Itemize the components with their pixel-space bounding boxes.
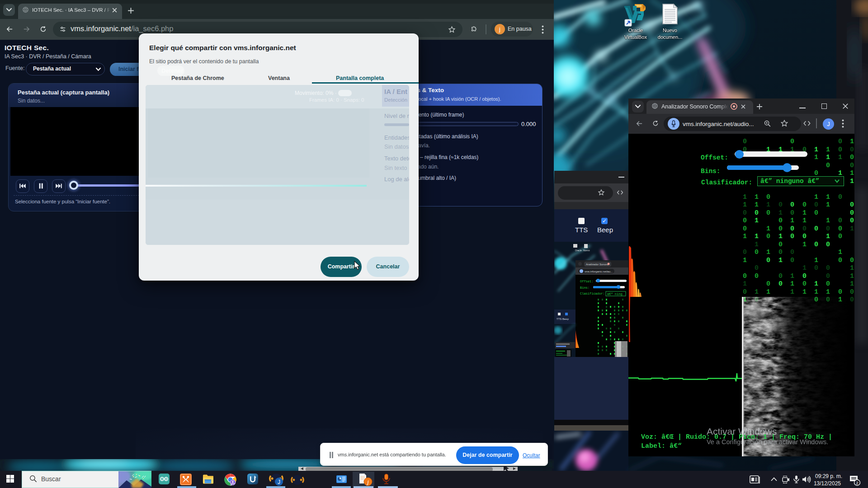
svg-text:TTS Beep: TTS Beep bbox=[557, 318, 569, 320]
svg-text:vms.inforganic.net/au...: vms.inforganic.net/au... bbox=[585, 270, 613, 273]
svg-text:Nuevo: Nuevo bbox=[583, 249, 590, 252]
svg-text:â€” ning: â€” ning bbox=[607, 292, 623, 296]
svg-text:Offset:: Offset: bbox=[580, 280, 593, 283]
svg-text:2: 2 bbox=[856, 480, 858, 485]
svg-text:Clasificador:: Clasificador: bbox=[580, 292, 605, 296]
svg-text:Oracle: Oracle bbox=[575, 249, 582, 252]
svg-text:Analizador Sonoro: Analizador Sonoro bbox=[586, 263, 609, 266]
svg-text:Bins:: Bins: bbox=[580, 286, 590, 290]
svg-text:J: J bbox=[278, 479, 280, 485]
